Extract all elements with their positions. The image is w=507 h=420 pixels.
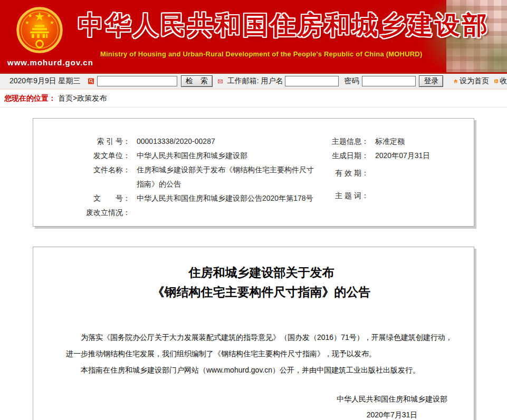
- password-label: 密码: [344, 76, 359, 86]
- search-input[interactable]: [97, 76, 177, 86]
- breadcrumb-prefix: 您现在的位置：: [4, 94, 56, 103]
- breadcrumb-path[interactable]: 首页>政策发布: [58, 94, 107, 103]
- meta-value: 中华人民共和国住房和城乡建设部公告2020年第178号: [137, 191, 313, 206]
- meta-row-repeal-status: 废改立情况：: [56, 206, 322, 220]
- current-date: 2020年9月9日 星期三: [9, 76, 81, 86]
- meta-label: 文件名称：: [56, 163, 130, 191]
- top-toolbar: 2020年9月9日 星期三 检 索 工作邮箱: 用户名 密码 登录 设为首页 收: [0, 74, 507, 90]
- meta-label: 主 题 词：: [322, 189, 369, 203]
- document-metadata-panel: 索 引 号： 000013338/2020-00287 发文单位： 中华人民共和…: [33, 118, 474, 227]
- meta-value: 标准定额: [375, 134, 405, 149]
- national-emblem-icon: ★ ★ ★ ★ ★: [15, 5, 64, 55]
- mail-icon: [218, 78, 223, 85]
- svg-text:★: ★: [34, 10, 45, 23]
- favorite-link[interactable]: 收: [500, 76, 507, 86]
- meta-row-document-number: 文 号： 中华人民共和国住房和城乡建设部公告2020年第178号: [56, 191, 322, 206]
- search-button[interactable]: 检 索: [181, 75, 213, 87]
- announcement-panel: 住房和城乡建设部关于发布 《钢结构住宅主要构件尺寸指南》的公告 为落实《国务院办…: [33, 247, 474, 420]
- meta-value: 2020年07月31日: [375, 149, 430, 163]
- announcement-title-line2: 《钢结构住宅主要构件尺寸指南》的公告: [66, 282, 457, 302]
- site-url: www.mohurd.gov.cn: [7, 58, 76, 67]
- meta-value: 住房和城乡建设部关于发布《钢结构住宅主要构件尺寸指南》的公告: [137, 163, 316, 191]
- meta-row-generated-date: 生成日期： 2020年07月31日: [322, 149, 474, 163]
- metadata-left-column: 索 引 号： 000013338/2020-00287 发文单位： 中华人民共和…: [33, 134, 322, 226]
- meta-label: 索 引 号：: [56, 134, 130, 149]
- announcement-body: 为落实《国务院办公厅关于大力发展装配式建筑的指导意见》（国办发（2016）71号…: [66, 329, 457, 378]
- meta-label: 生成日期：: [322, 149, 369, 163]
- meta-row-keywords: 主 题 词：: [322, 189, 474, 203]
- password-input[interactable]: [362, 76, 416, 86]
- meta-label: 废改立情况：: [56, 206, 130, 220]
- rss-icon: [494, 77, 498, 85]
- home-icon: [454, 77, 458, 85]
- meta-label: 主题信息：: [322, 134, 369, 149]
- metadata-right-column: 主题信息： 标准定额 生成日期： 2020年07月31日 有 效 期： 主 题 …: [322, 134, 474, 226]
- meta-row-validity-period: 有 效 期：: [322, 166, 474, 180]
- meta-row-document-name: 文件名称： 住房和城乡建设部关于发布《钢结构住宅主要构件尺寸指南》的公告: [56, 163, 322, 191]
- site-subtitle-english: Ministry of Housing and Urban-Rural Deve…: [100, 50, 422, 58]
- meta-value: 000013338/2020-00287: [137, 134, 215, 149]
- announcement-paragraph: 为落实《国务院办公厅关于大力发展装配式建筑的指导意见》（国办发（2016）71号…: [66, 329, 457, 362]
- meta-label: 文 号：: [56, 191, 130, 206]
- username-input[interactable]: [285, 76, 339, 86]
- announcement-title-line1: 住房和城乡建设部关于发布: [66, 263, 457, 282]
- set-homepage-link[interactable]: 设为首页: [460, 76, 489, 86]
- announcement-title: 住房和城乡建设部关于发布 《钢结构住宅主要构件尺寸指南》的公告: [66, 263, 457, 302]
- meta-label: 有 效 期：: [322, 166, 369, 180]
- meta-value: 中华人民共和国住房和城乡建设部: [137, 149, 247, 163]
- work-mail-label: 工作邮箱: 用户名: [227, 76, 283, 86]
- meta-row-issuing-unit: 发文单位： 中华人民共和国住房和城乡建设部: [56, 149, 322, 163]
- meta-row-topic-info: 主题信息： 标准定额: [322, 134, 474, 149]
- site-banner: ★ ★ ★ ★ ★ www.mohurd.gov.cn 中华人民共和国住房和城乡…: [0, 0, 507, 74]
- search-icon: [88, 75, 94, 87]
- svg-text:★: ★: [28, 13, 32, 18]
- announcement-paragraph: 本指南在住房和城乡建设部门户网站（www.mohurd.gov.cn）公开，并由…: [66, 362, 457, 378]
- svg-text:★: ★: [47, 13, 51, 18]
- site-title: 中华人民共和国住房和城乡建设部: [78, 8, 500, 42]
- meta-row-index-number: 索 引 号： 000013338/2020-00287: [56, 134, 322, 149]
- svg-text:★: ★: [50, 19, 54, 25]
- login-button[interactable]: 登录: [419, 75, 443, 87]
- breadcrumb: 您现在的位置： 首页>政策发布: [0, 90, 507, 108]
- meta-label: 发文单位：: [56, 149, 130, 163]
- signature-date: 2020年7月31日: [281, 407, 503, 420]
- svg-text:★: ★: [25, 19, 29, 25]
- signer-name: 中华人民共和国住房和城乡建设部: [281, 391, 503, 407]
- signature-block: 中华人民共和国住房和城乡建设部 2020年7月31日: [281, 391, 503, 420]
